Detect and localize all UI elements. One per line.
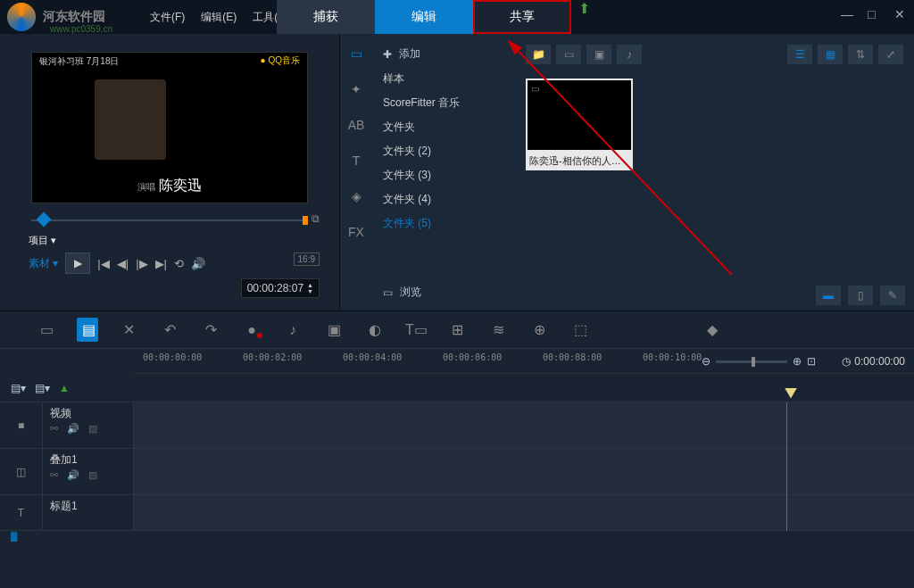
track-video-icon[interactable]: ■ [0,402,43,448]
fit-button[interactable]: ⊡ [807,355,816,368]
hide-icon[interactable]: ▨ [88,423,97,435]
next-frame-button[interactable]: |▶ [136,257,147,270]
hide-icon[interactable]: ▨ [88,469,97,481]
aspect-ratio-badge[interactable]: 16:9 [294,253,320,266]
track-overlay-label-area: 叠加1 ⚯ 🔊 ▨ [43,449,134,494]
link-icon[interactable]: ⚯ [50,423,58,435]
tab-capture[interactable]: 捕获 [277,0,375,34]
track-overlay-icon[interactable]: ◫ [0,449,43,494]
tab-share[interactable]: 共享 [473,0,571,34]
playhead-marker[interactable] [785,388,797,399]
media-thumbnail[interactable]: ▭ 陈奕迅-相信你的人（电... [526,79,633,170]
text-tab-icon[interactable]: T [345,150,367,171]
ruler-timecode[interactable]: ◷ 0:00:00:00 [842,355,905,368]
expand-button[interactable]: ⤢ [878,45,903,64]
record-button[interactable]: ● [241,322,262,338]
timecode-stepper[interactable]: ▲▼ [307,282,313,294]
tracking-button[interactable]: ⊕ [528,321,550,338]
effects-button[interactable]: ◆ [702,321,723,338]
multi-button[interactable]: ◐ [364,321,386,338]
scrub-handle[interactable] [37,212,52,228]
link-icon[interactable]: ⚯ [50,469,58,481]
track-title-name: 标题1 [50,499,126,514]
import-folder-button[interactable]: 📁 [526,45,551,64]
track-menu-1-button[interactable]: ▤▾ [11,382,26,394]
zoom-in-button[interactable]: ⊕ [793,355,802,368]
grid-view-button[interactable]: ▦ [818,45,843,64]
material-label[interactable]: 素材 ▾ [29,256,58,271]
mute-icon[interactable]: 🔊 [67,423,79,435]
volume-button[interactable]: 🔊 [191,257,205,270]
filter-audio-button[interactable]: ♪ [617,45,642,64]
collapse-icon[interactable]: ▓ [11,531,17,543]
tick-4: 00:00:04:00 [343,352,402,362]
folder-4[interactable]: 文件夹 (4) [372,187,515,211]
folder-scorefitter[interactable]: ScoreFitter 音乐 [372,91,515,115]
undo-button[interactable]: ↶ [159,321,180,338]
menu-file[interactable]: 文件(F) [150,10,185,25]
track-add-button[interactable]: ▲ [59,382,70,394]
copy-icon[interactable]: ⧉ [312,212,320,225]
maximize-button[interactable]: □ [868,7,880,20]
project-label[interactable]: 项目 ▾ [29,234,56,247]
folder-1[interactable]: 文件夹 [372,115,515,139]
split-button[interactable]: ⊞ [446,321,468,338]
fx-tab-icon[interactable]: FX [345,221,367,243]
minimize-button[interactable]: — [841,7,853,20]
timecode-display[interactable]: 00:00:28:07 ▲▼ [241,278,320,298]
sort-button[interactable]: ⇅ [848,45,873,64]
zoom-slider[interactable] [716,360,787,363]
browse-icon: ▭ [383,286,393,299]
filter-video-button[interactable]: ▭ [556,45,581,64]
zoom-out-button[interactable]: ⊖ [702,355,710,368]
storyboard-view-button[interactable]: ▭ [36,321,57,338]
folder-5[interactable]: 文件夹 (5) [372,211,515,236]
panel-layout-2-button[interactable]: ▯ [848,286,873,305]
track-menu-2-button[interactable]: ▤▾ [35,382,50,394]
audio-mixer-button[interactable]: ♪ [282,322,303,338]
prev-frame-button[interactable]: ◀| [117,257,129,270]
scrub-end-marker[interactable] [303,216,308,225]
motion-button[interactable]: ≋ [487,321,509,338]
close-button[interactable]: ✕ [894,7,907,20]
marker-button[interactable]: ▣ [323,321,345,338]
list-view-button[interactable]: ☰ [787,45,812,64]
menu-edit[interactable]: 编辑(E) [201,10,237,25]
browse-button[interactable]: ▭ 浏览 [372,279,432,305]
edit-panel-button[interactable]: ✎ [880,286,905,305]
goto-start-button[interactable]: |◀ [97,257,109,270]
folder-2[interactable]: 文件夹 (2) [372,139,515,163]
goto-end-button[interactable]: ▶| [155,257,167,270]
library-footer-icons: ▬ ▯ ✎ [816,286,905,305]
tools-button[interactable]: ✕ [118,321,139,338]
tab-edit[interactable]: 编辑 [375,0,473,34]
track-video-content[interactable] [134,402,914,448]
current-time: 0:00:00:00 [854,355,905,368]
upload-icon[interactable]: ⬆ [578,0,590,34]
add-folder-button[interactable]: ✚ 添加 [372,41,515,67]
folder-3[interactable]: 文件夹 (3) [372,163,515,187]
singer-name: 演唱 陈奕迅 [137,177,202,195]
track-overlay-content[interactable] [134,449,914,494]
crop-button[interactable]: ⬚ [569,321,591,338]
timeline-view-button[interactable]: ▤ [77,318,98,342]
preview-video[interactable]: 银河补习班 7月18日 ● QQ音乐 演唱 陈奕迅 [31,52,308,203]
scrubber[interactable] [31,211,308,228]
window-controls: — □ ✕ [841,7,907,20]
track-title-icon[interactable]: T [0,495,43,530]
redo-button[interactable]: ↷ [200,321,221,338]
mute-icon[interactable]: 🔊 [67,469,79,481]
loop-button[interactable]: ⟲ [174,257,184,270]
zoom-handle[interactable] [752,357,755,367]
track-title-content[interactable] [134,495,914,530]
transitions-tab-icon[interactable]: ✦ [345,79,367,100]
media-tab-icon[interactable]: ▭ [345,43,367,64]
title-tool-button[interactable]: T▭ [405,321,427,338]
folder-sample[interactable]: 样本 [372,67,515,91]
filter-photo-button[interactable]: ▣ [586,45,611,64]
play-button[interactable]: ▶ [65,253,90,274]
titles-tab-icon[interactable]: AB [345,114,367,136]
thumbnail-label: 陈奕迅-相信你的人（电... [526,152,633,170]
overlay-tab-icon[interactable]: ◈ [345,186,367,207]
panel-layout-1-button[interactable]: ▬ [816,286,841,305]
